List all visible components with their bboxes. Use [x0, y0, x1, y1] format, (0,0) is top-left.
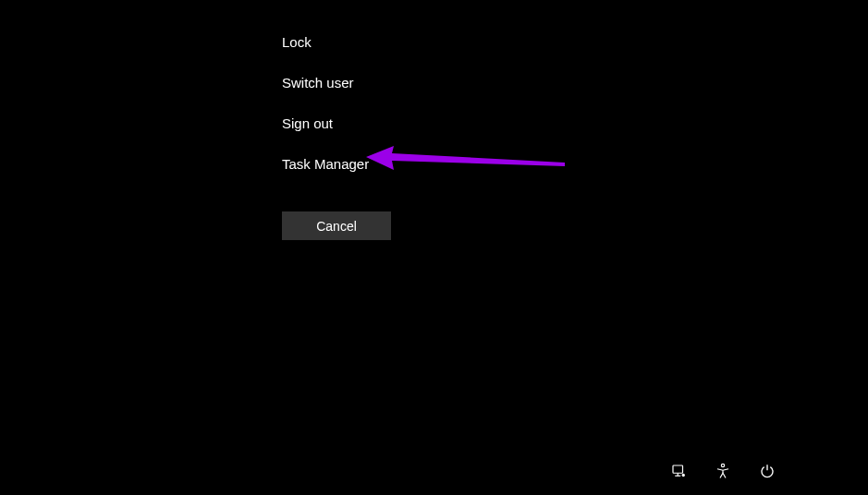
accessibility-icon[interactable] [714, 462, 732, 480]
svg-point-3 [682, 474, 685, 477]
annotation-arrow [366, 144, 569, 176]
switch-user-option[interactable]: Switch user [282, 63, 369, 103]
svg-point-4 [721, 464, 724, 466]
sign-out-option[interactable]: Sign out [282, 103, 369, 144]
bottom-icon-bar [669, 462, 776, 480]
task-manager-option[interactable]: Task Manager [282, 144, 369, 185]
power-icon[interactable] [758, 462, 776, 480]
lock-option[interactable]: Lock [282, 22, 369, 63]
cancel-button[interactable]: Cancel [282, 211, 391, 240]
network-icon[interactable] [669, 462, 688, 480]
security-options-menu: Lock Switch user Sign out Task Manager [282, 22, 369, 185]
svg-rect-0 [673, 465, 683, 473]
